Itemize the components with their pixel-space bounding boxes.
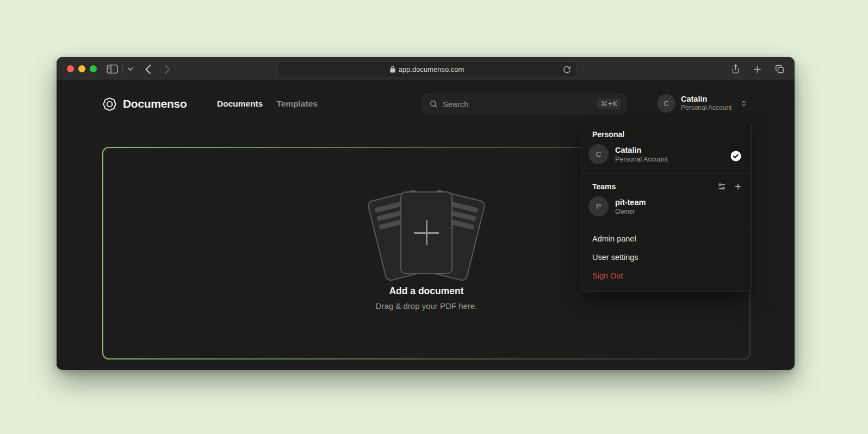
menu-teams-header: Teams <box>581 177 616 194</box>
personal-avatar: C <box>588 144 609 164</box>
team-avatar: P <box>588 196 609 216</box>
search-icon <box>429 100 438 108</box>
titlebar-divider <box>122 65 123 73</box>
address-bar[interactable]: app.documenso.com <box>277 61 576 77</box>
traffic-lights <box>67 65 97 72</box>
browser-titlebar: app.documenso.com <box>57 57 795 81</box>
nav-templates[interactable]: Templates <box>276 99 318 109</box>
titlebar-left-controls <box>107 57 171 81</box>
search-shortcut-badge: ⌘+K <box>597 98 621 109</box>
sidebar-chevron-down-icon[interactable] <box>127 67 133 71</box>
document-stack-illustration <box>364 191 489 277</box>
close-window-button[interactable] <box>67 65 74 72</box>
team-name: pit-team <box>615 197 646 207</box>
menu-personal-header: Personal <box>581 125 751 141</box>
documenso-page: Documenso Documents Templates ⌘+K C Cata… <box>57 81 795 369</box>
menu-personal-account-item[interactable]: C Catalin Personal Account <box>581 141 751 171</box>
minimize-window-button[interactable] <box>78 65 85 72</box>
document-card-center <box>400 191 452 274</box>
documenso-logo-icon <box>102 97 117 111</box>
brand-name: Documenso <box>123 97 187 110</box>
account-avatar: C <box>657 94 675 113</box>
back-icon[interactable] <box>145 64 151 75</box>
zoom-window-button[interactable] <box>90 65 97 72</box>
forward-icon[interactable] <box>164 64 171 75</box>
personal-name: Catalin <box>615 145 668 155</box>
add-team-icon[interactable] <box>734 182 742 191</box>
address-text: app.documenso.com <box>399 65 464 73</box>
reload-icon[interactable] <box>563 65 571 74</box>
account-menu-button[interactable]: C Catalin Personal Account <box>657 94 747 113</box>
personal-subtitle: Personal Account <box>615 155 668 164</box>
titlebar-right-controls <box>731 57 785 81</box>
menu-item-admin-panel[interactable]: Admin panel <box>581 230 751 248</box>
account-dropdown-menu: Personal C Catalin Personal Account Team… <box>581 121 752 292</box>
menu-divider <box>581 173 751 174</box>
search-input[interactable] <box>443 100 592 109</box>
main-nav: Documents Templates <box>217 99 318 109</box>
manage-teams-icon[interactable] <box>717 182 726 191</box>
chevrons-up-down-icon <box>740 100 747 108</box>
tab-overview-icon[interactable] <box>774 64 785 74</box>
nav-documents[interactable]: Documents <box>217 99 263 109</box>
menu-teams-header-row: Teams <box>581 177 751 194</box>
add-document-plus-icon <box>414 220 439 245</box>
lock-icon <box>390 66 395 73</box>
new-tab-icon[interactable] <box>753 65 762 74</box>
share-icon[interactable] <box>731 64 740 75</box>
search-bar[interactable]: ⌘+K <box>421 94 626 114</box>
selected-check-icon <box>729 150 742 165</box>
menu-item-user-settings[interactable]: User settings <box>581 248 751 266</box>
sidebar-toggle-icon[interactable] <box>107 64 118 74</box>
brand-logo-link[interactable]: Documenso <box>102 96 187 111</box>
menu-item-sign-out[interactable]: Sign Out <box>581 266 751 285</box>
dropzone-subtitle: Drag & drop your PDF here. <box>103 301 749 311</box>
menu-team-item[interactable]: P pit-team Owner <box>581 194 751 223</box>
browser-window: app.documenso.com <box>57 57 795 370</box>
account-subtitle: Personal Account <box>681 104 731 112</box>
menu-divider <box>581 226 751 226</box>
team-role: Owner <box>615 207 646 216</box>
account-name: Catalin <box>681 95 731 104</box>
